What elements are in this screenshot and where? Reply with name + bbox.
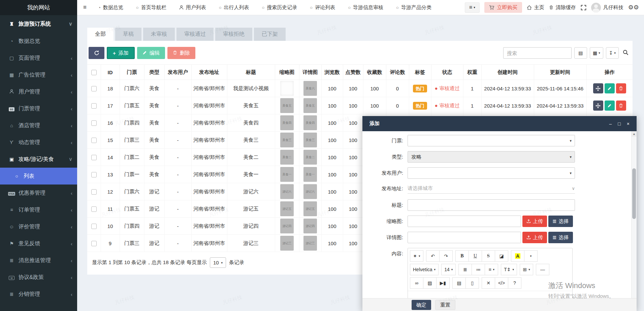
site-logo[interactable]: 我的网站	[0, 0, 77, 15]
tab-审核通过[interactable]: 审核通过	[176, 28, 214, 41]
thumbnail-upload-button[interactable]: 上传	[522, 216, 547, 227]
magic-style-button[interactable]: ✶▾	[410, 250, 423, 262]
thumbnail-image[interactable]: 游记三	[280, 236, 294, 251]
font-color-caret[interactable]: ▾	[524, 250, 538, 262]
column-header-标题[interactable]: 标题	[227, 65, 275, 80]
move-row-button[interactable]	[593, 101, 603, 111]
ordered-list-button[interactable]: ≔	[472, 264, 485, 275]
delete-button[interactable]: 删除	[167, 47, 195, 59]
tab-审核拒绝[interactable]: 审核拒绝	[215, 28, 252, 41]
sidebar-item-[interactable]: ▢页面管理‹	[0, 50, 77, 66]
column-header-状态[interactable]: 状态	[431, 65, 463, 80]
edit-row-button[interactable]	[605, 101, 615, 111]
maximize-icon[interactable]: □	[618, 121, 620, 126]
font-color-button[interactable]: A	[511, 250, 524, 262]
search-icon[interactable]	[623, 50, 629, 56]
sidebar-section-title[interactable]: ♜旅游预订系统∨	[0, 15, 77, 33]
clear-cache-link[interactable]: 清除缓存	[549, 4, 576, 11]
detail-image[interactable]: 游记五	[303, 201, 317, 216]
sidebar-item-[interactable]: ◔数据总览	[0, 33, 77, 50]
thumbnail-image[interactable]: 美食五	[280, 98, 294, 113]
reset-button[interactable]: 重置	[435, 300, 455, 310]
sidebar-item-[interactable]: ○列表	[0, 168, 77, 185]
row-checkbox[interactable]	[91, 103, 97, 109]
code-view-button[interactable]: </>	[495, 277, 508, 289]
paragraph-align-button[interactable]: ≡▾	[485, 264, 498, 275]
detail-image[interactable]: 游记四	[303, 219, 317, 233]
thumbnail-choose-button[interactable]: ≣选择	[548, 216, 573, 227]
detail-image[interactable]: 美食四	[303, 115, 317, 130]
edit-row-button[interactable]	[605, 83, 615, 93]
column-header-门票[interactable]: 门票	[120, 65, 144, 80]
sidebar-item-[interactable]: ϒ动态管理‹	[0, 134, 77, 151]
tab-已下架[interactable]: 已下架	[254, 28, 286, 41]
detail-choose-button[interactable]: ≣选择	[548, 232, 573, 243]
topnav-item[interactable]: ○出行人列表	[213, 0, 256, 15]
delete-row-button[interactable]	[616, 83, 626, 93]
publish-user-select[interactable]	[408, 167, 575, 179]
search-input[interactable]	[503, 47, 572, 59]
column-header-创建时间[interactable]: 创建时间	[481, 65, 534, 80]
thumbnail-image[interactable]: 美食四	[280, 115, 294, 130]
dialog-scrollbar[interactable]: ▲	[631, 131, 637, 298]
detail-image[interactable]: 美食三	[303, 133, 317, 147]
thumbnail-image[interactable]: 游记六	[280, 184, 294, 199]
sidebar-item-[interactable]: ☺评价管理‹	[0, 218, 77, 235]
row-checkbox[interactable]	[91, 155, 97, 160]
buy-now-button[interactable]: 立即购买	[484, 2, 522, 13]
column-header-操作[interactable]: 操作	[586, 65, 633, 80]
confirm-button[interactable]: 确定	[412, 300, 431, 310]
column-header-浏览数[interactable]: 浏览数	[321, 65, 343, 80]
link-button[interactable]: ∞	[410, 277, 423, 289]
minimize-icon[interactable]: –	[609, 121, 612, 126]
thumbnail-image[interactable]	[280, 81, 294, 96]
column-header-收藏数[interactable]: 收藏数	[363, 65, 386, 80]
image-file-button[interactable]: ▤	[452, 277, 466, 289]
row-checkbox[interactable]	[91, 86, 97, 91]
undo-button[interactable]: ↶	[426, 250, 440, 262]
close-icon[interactable]: ×	[627, 121, 630, 126]
detail-image[interactable]: 美食二	[303, 150, 317, 165]
column-header-发布用户[interactable]: 发布用户	[164, 65, 191, 80]
dialog-header[interactable]: 添加 – □ ×	[362, 116, 637, 131]
font-family-select[interactable]: Helvetica▾	[410, 264, 439, 275]
video-button[interactable]: ▶▮	[436, 277, 450, 289]
topnav-item[interactable]: ◔数据总览	[92, 0, 130, 15]
detail-image-input[interactable]	[408, 232, 521, 243]
strikethrough-button[interactable]: S	[482, 250, 495, 262]
quick-menu-button[interactable]: ≡▾	[465, 2, 480, 13]
redo-button[interactable]: ↷	[439, 250, 453, 262]
column-header-点赞数[interactable]: 点赞数	[343, 65, 363, 80]
line-height-button[interactable]: T⇕▾	[501, 264, 517, 275]
sidebar-item-[interactable]: ≣分销管理‹	[0, 286, 77, 303]
column-header-类型[interactable]: 类型	[144, 65, 164, 80]
delete-row-button[interactable]	[616, 101, 626, 111]
row-checkbox[interactable]	[91, 241, 97, 246]
column-header-评论数[interactable]: 评论数	[386, 65, 409, 80]
sidebar-item-[interactable]: cc门票管理‹	[0, 100, 77, 117]
settings-gears-icon[interactable]: ⚙⚙	[628, 4, 639, 11]
editor-content[interactable]	[408, 291, 572, 298]
scroll-up-icon[interactable]: ▲	[632, 131, 637, 137]
column-header-详情图[interactable]: 详情图	[299, 65, 321, 80]
columns-button[interactable]: ▦▾	[590, 47, 603, 59]
column-header-标签[interactable]: 标签	[409, 65, 431, 80]
tab-未审核[interactable]: 未审核	[143, 28, 175, 41]
help-button[interactable]: ?	[508, 277, 521, 289]
table-button[interactable]: ⊞▾	[520, 264, 533, 275]
thumbnail-input[interactable]	[408, 216, 521, 227]
tab-草稿[interactable]: 草稿	[115, 28, 141, 41]
fullscreen-icon[interactable]	[581, 5, 586, 10]
sidebar-item-[interactable]: ⌂酒店管理‹	[0, 117, 77, 134]
detail-image[interactable]: 游记六	[303, 184, 317, 199]
image-button[interactable]: ▨	[423, 277, 437, 289]
topnav-item[interactable]: ○导游产品分类	[390, 0, 438, 15]
sidebar-toggle-icon[interactable]: ≡	[77, 4, 92, 11]
home-link[interactable]: 主页	[527, 4, 544, 11]
row-checkbox[interactable]	[91, 138, 97, 143]
toggle-view-button[interactable]: ▤	[574, 47, 587, 59]
export-button[interactable]: ↧▾	[606, 47, 619, 59]
column-header-更新时间[interactable]: 更新时间	[534, 65, 586, 80]
scrollbar-thumb[interactable]	[632, 168, 636, 219]
topnav-item[interactable]: ○搜索历史记录	[256, 0, 304, 15]
